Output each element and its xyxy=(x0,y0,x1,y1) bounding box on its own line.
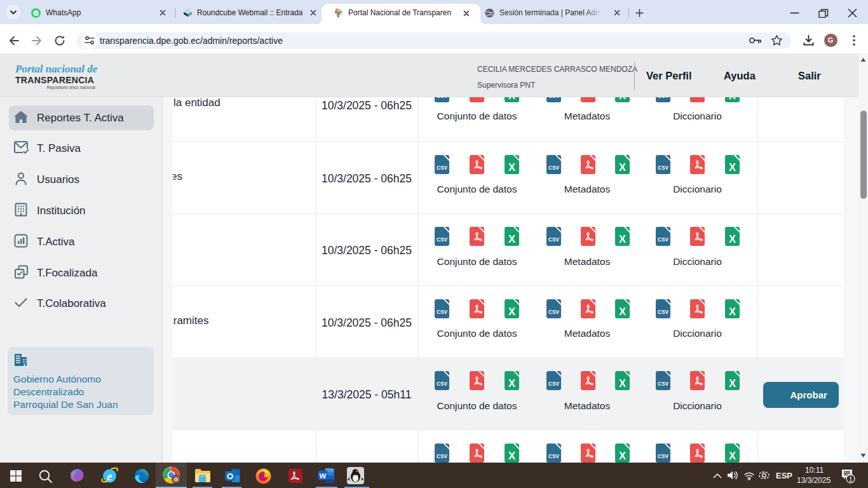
svg-text:CSV: CSV xyxy=(658,309,668,315)
svg-text:X: X xyxy=(729,305,736,316)
svg-text:O: O xyxy=(227,471,233,481)
svg-text:CSV: CSV xyxy=(548,381,559,387)
svg-text:CSV: CSV xyxy=(658,453,668,459)
svg-text:X: X xyxy=(508,233,515,245)
svg-text:X: X xyxy=(729,233,736,245)
svg-text:CSV: CSV xyxy=(658,381,668,387)
svg-text:X: X xyxy=(619,161,626,172)
svg-text:X: X xyxy=(619,449,626,461)
svg-text:CSV: CSV xyxy=(548,165,559,170)
svg-text:X: X xyxy=(508,377,515,389)
svg-text:CSV: CSV xyxy=(437,381,447,387)
svg-text:CSV: CSV xyxy=(548,309,559,315)
svg-text:1: 1 xyxy=(848,475,852,483)
svg-text:X: X xyxy=(508,449,515,461)
svg-text:X: X xyxy=(508,161,515,172)
svg-text:CSV: CSV xyxy=(437,237,447,243)
svg-text:CSV: CSV xyxy=(437,453,447,459)
svg-text:CSV: CSV xyxy=(437,309,447,315)
svg-text:e: e xyxy=(107,470,112,483)
svg-text:X: X xyxy=(619,377,626,389)
svg-text:X: X xyxy=(729,161,736,172)
svg-text:W: W xyxy=(320,472,327,480)
svg-text:CSV: CSV xyxy=(548,453,559,459)
svg-text:X: X xyxy=(508,305,515,316)
svg-text:X: X xyxy=(729,449,736,461)
svg-text:X: X xyxy=(619,233,626,245)
svg-text:CSV: CSV xyxy=(548,237,559,243)
svg-text:X: X xyxy=(619,305,626,316)
svg-text:CSV: CSV xyxy=(437,165,447,170)
svg-text:CSV: CSV xyxy=(658,237,668,243)
svg-text:X: X xyxy=(729,377,736,389)
svg-text:CSV: CSV xyxy=(658,165,668,170)
